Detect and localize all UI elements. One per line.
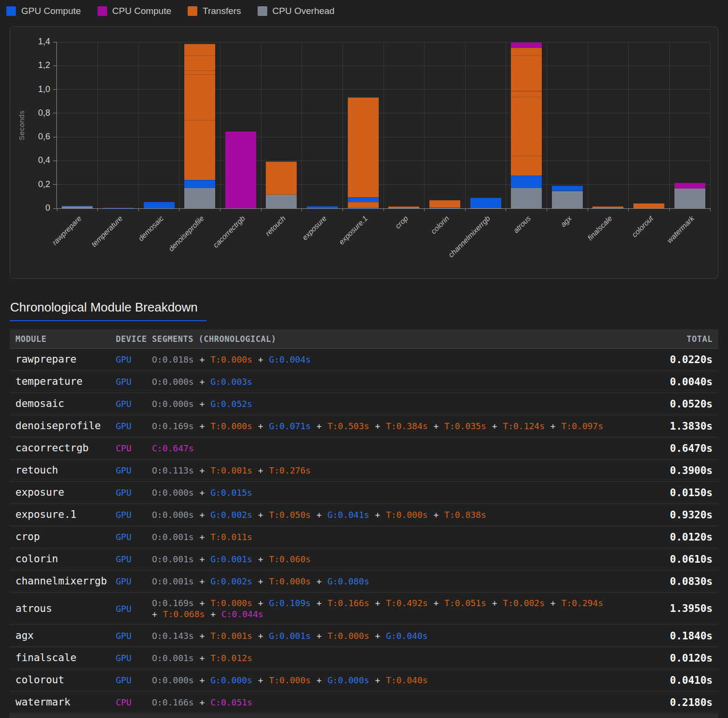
x-tick-mark — [628, 208, 629, 211]
segment-separator: + — [428, 421, 445, 431]
segment-separator: + — [194, 554, 211, 564]
legend-swatch-icon — [188, 6, 197, 16]
segment-separator: + — [252, 465, 269, 475]
module-breakdown-table: MODULE DEVICE SEGMENTS (CHRONOLOGICAL) T… — [10, 329, 718, 714]
segment-separator: + — [194, 653, 211, 663]
x-tick-mark — [424, 208, 425, 211]
device-label: GPU — [116, 460, 152, 482]
segment-O: O:0.000s — [152, 399, 194, 409]
segments-cell: O:0.143s + T:0.001s + G:0.001s + T:0.000… — [152, 625, 617, 647]
legend-swatch-icon — [258, 6, 267, 16]
bar-retouch — [266, 162, 297, 208]
gridline-vertical — [220, 42, 220, 208]
legend-item-C[interactable]: CPU Compute — [97, 6, 172, 16]
bar-segment-G — [348, 197, 379, 202]
y-tick-mark — [53, 89, 56, 90]
total-value: 0.0410s — [617, 669, 718, 691]
segment-T: T:0.294s — [562, 598, 604, 608]
x-tick-mark — [465, 208, 466, 211]
total-value: 1.3830s — [617, 415, 718, 437]
bar-segment-T — [511, 91, 542, 97]
gridline-vertical — [302, 42, 302, 208]
bar-colorin — [429, 200, 460, 208]
segment-separator: + — [311, 631, 328, 641]
segment-G: G:0.015s — [210, 488, 252, 498]
legend-label: GPU Compute — [21, 6, 81, 16]
segment-T: T:0.166s — [328, 598, 370, 608]
segment-T: T:0.000s — [269, 576, 311, 586]
device-label: GPU — [116, 415, 152, 437]
gridline-vertical — [506, 42, 506, 208]
legend-item-O[interactable]: CPU Overhead — [258, 6, 335, 16]
column-header-total: TOTAL — [617, 329, 718, 349]
device-label: GPU — [116, 669, 152, 691]
bar-segment-G — [348, 208, 379, 208]
bar-segment-O — [266, 195, 297, 208]
legend-label: CPU Overhead — [273, 6, 335, 16]
segment-separator: + — [311, 421, 328, 431]
segment-T: T:0.000s — [210, 421, 252, 431]
legend-item-T[interactable]: Transfers — [188, 6, 241, 16]
bar-segment-T — [348, 97, 379, 197]
x-tick-mark — [261, 208, 261, 211]
segments-cell: O:0.001s + T:0.012s — [152, 647, 617, 669]
segment-separator: + — [369, 510, 386, 520]
bar-segment-T — [633, 203, 664, 208]
bar-atrous — [511, 42, 542, 208]
segment-G: G:0.000s — [210, 675, 252, 685]
segment-separator: + — [194, 399, 211, 409]
total-value: 0.0610s — [617, 548, 718, 570]
module-name: atrous — [10, 593, 116, 625]
segment-G: G:0.001s — [210, 554, 252, 564]
segment-O: O:0.169s — [152, 598, 194, 608]
segment-C: C:0.051s — [210, 697, 252, 707]
segments-cell: O:0.001s + G:0.002s + T:0.000s + G:0.080… — [152, 570, 617, 593]
bar-segment-G — [184, 180, 215, 188]
column-header-segments: SEGMENTS (CHRONOLOGICAL) — [152, 329, 617, 349]
module-name: crop — [10, 526, 116, 548]
table-row-colorout: coloroutGPUO:0.000s + G:0.000s + T:0.000… — [10, 669, 718, 691]
segment-separator: + — [369, 675, 386, 685]
device-label: GPU — [116, 548, 152, 570]
segment-O: O:0.113s — [152, 465, 194, 475]
total-value: 0.0150s — [617, 482, 718, 504]
bar-segment-T — [511, 97, 542, 155]
segment-T: T:0.050s — [269, 510, 311, 520]
module-name: retouch — [10, 460, 116, 482]
module-name: demosaic — [10, 393, 116, 415]
segment-G: G:0.003s — [210, 377, 252, 387]
total-value: 0.2180s — [617, 691, 718, 714]
bar-denoiseprofile — [184, 44, 215, 208]
total-value: 0.0520s — [617, 393, 718, 415]
y-tick-mark — [53, 184, 56, 185]
bar-segment-C — [674, 183, 705, 189]
chart-plot: Seconds 00,20,40,60,81,01,21,4rawprepare… — [56, 42, 710, 209]
gridline-vertical — [547, 42, 547, 208]
total-value: 0.9320s — [617, 504, 718, 526]
device-label: GPU — [116, 504, 152, 526]
segment-separator: + — [194, 697, 211, 707]
segment-separator: + — [252, 598, 269, 608]
bar-watermark — [674, 183, 705, 208]
legend-item-G[interactable]: GPU Compute — [6, 6, 81, 16]
table-header-row: MODULE DEVICE SEGMENTS (CHRONOLOGICAL) T… — [10, 329, 718, 349]
segment-T: T:0.002s — [503, 598, 545, 608]
bar-colorout — [633, 203, 664, 208]
segment-O: O:0.143s — [152, 631, 194, 641]
x-tick-mark — [57, 208, 57, 211]
module-name: finalscale — [10, 647, 116, 669]
x-tick-mark — [710, 208, 711, 211]
segment-O: O:0.000s — [152, 377, 194, 387]
segment-T: T:0.000s — [386, 510, 428, 520]
segments-cell: O:0.000s + G:0.000s + T:0.000s + G:0.000… — [152, 669, 617, 691]
segment-separator: + — [428, 598, 445, 608]
segment-separator: + — [194, 488, 211, 498]
y-tick-label: 1,4 — [19, 37, 50, 47]
bar-segment-T — [511, 48, 542, 56]
module-name: channelmixerrgb — [10, 570, 116, 593]
segment-G: G:0.041s — [328, 510, 370, 520]
segment-O: O:0.000s — [152, 488, 194, 498]
legend-swatch-icon — [97, 6, 107, 16]
segments-cell: O:0.113s + T:0.001s + T:0.276s — [152, 460, 617, 482]
bar-segment-G — [470, 198, 501, 207]
